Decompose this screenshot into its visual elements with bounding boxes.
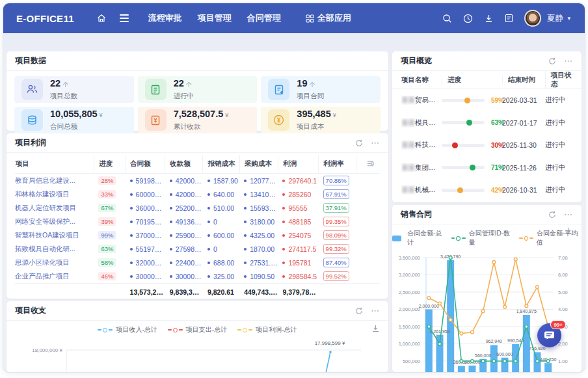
overview-row[interactable]: 某某模具自动...63%2027-01-17进行中 [392,112,581,135]
sales-chart[interactable]: 3,500,0007.003,000,0006.002,500,0005.002… [394,250,581,372]
project-name-link[interactable]: 企业产品推广项目 [15,269,94,284]
legend-marker [103,328,107,332]
panel-title: 项目收支 [15,305,46,316]
menu-item-4[interactable]: 全部应用 [306,12,351,24]
home-icon[interactable] [96,13,107,23]
chat-fab-button[interactable]: 99+ [537,323,561,347]
overview-row[interactable]: 某某集团机器...71%2025-11-26进行中 [392,157,581,180]
stat-card-1[interactable]: 22个项目总数 [14,76,134,103]
progress-bar: 42% [442,187,502,194]
stat-card-6[interactable]: 395,485¥项目成本 [261,107,381,133]
expense-cell: 1587.90 [203,174,239,188]
chart-download-icon[interactable] [371,325,380,334]
refresh-icon[interactable] [548,211,556,219]
menu-item-1[interactable]: 流程审批 [148,12,182,24]
download-icon[interactable] [484,14,494,23]
stat-card-2[interactable]: 22个进行中 [138,76,258,103]
project-name-link[interactable]: 教育局信息化建设... [15,174,94,188]
status-label: 进行中 [545,118,572,128]
stat-card-5[interactable]: 7,528,507.5¥累计收款 [138,107,258,133]
project-name-link[interactable]: 思源小区绿化项目 [15,256,94,269]
contract-cell: 320000.00 [126,256,165,269]
project-name-link[interactable]: 拓致模具自动化研... [15,242,94,256]
svg-text:3,000,000: 3,000,000 [398,272,420,278]
stat-card-4[interactable]: 10,055,805¥合同总额 [14,107,134,133]
stat-value: 22个 [174,79,194,90]
app-logo: E-OFFICE11 [16,13,74,24]
grid-icon [306,14,314,23]
project-name-link[interactable]: 机器人定位研发项目 [15,201,94,215]
progress-cell: 67% [94,201,125,215]
menu-toggle-icon[interactable] [120,14,129,22]
chart-download-icon[interactable] [565,227,573,236]
table-row: 机器人定位研发项目67%360000.00252000.00510.001559… [15,201,380,215]
legend-item[interactable]: 项目利润-总计 [237,325,297,334]
rate-cell: 98.09% [319,228,356,242]
more-icon[interactable]: ⋯ [371,140,380,146]
balance-chart[interactable]: 18,000,000 ¥17,998,599 ¥ [7,336,371,372]
more-icon[interactable]: ⋯ [371,308,380,314]
end-date: 2027-01-17 [502,119,545,127]
search-icon[interactable] [442,14,452,23]
stat-card-3[interactable]: 19个项目合同 [261,76,381,103]
legend-item[interactable]: 项目支出-总计 [168,325,227,334]
rate-cell: 67.91% [319,187,356,201]
svg-text:600,000: 600,000 [496,352,513,357]
user-name[interactable]: 夏静 [547,13,563,24]
menu-item-2[interactable]: 项目管理 [198,12,232,24]
refresh-icon[interactable] [548,57,556,65]
menu-item-3[interactable]: 合同管理 [247,12,281,24]
menu-item-label: 合同管理 [247,12,281,24]
svg-text:962,940: 962,940 [485,339,501,344]
clock-icon[interactable] [463,14,473,23]
stat-value: 19个 [297,79,324,90]
stat-unit: ¥ [100,112,103,118]
rate-cell: 87.40% [319,256,356,269]
legend-item[interactable]: 合同管理ID-数量 [451,229,514,247]
more-icon[interactable]: ⋯ [564,58,573,64]
legend-item[interactable]: 项目收入-总计 [98,325,157,334]
refresh-icon[interactable] [355,139,363,147]
stat-text: 22个进行中 [174,79,194,101]
panel-title: 项目概览 [401,55,432,66]
stat-unit: 个 [186,81,192,88]
total-cell: 13,573,274.00 [126,284,165,299]
table-row: 企业产品推广项目46%300000.00300000.00325.001090.… [15,269,380,284]
progress-cell: 99% [94,228,125,242]
main-menu: 流程审批项目管理合同管理全部应用 [148,12,351,24]
progress-bar: 30% [442,142,502,149]
stat-value: 10,055,805¥ [50,109,103,120]
project-name: 某某机械合同... [401,185,442,195]
user-avatar[interactable] [524,10,541,27]
project-name-link[interactable]: 网络安全等级保护... [15,215,94,228]
more-icon[interactable]: ⋯ [564,211,573,218]
project-name-link[interactable]: 和林格尔建设项目 [15,187,94,201]
svg-text:2,000,000: 2,000,000 [418,304,438,308]
legend-label: 合同管理ID-数量 [469,229,514,247]
svg-text:1,840,875: 1,840,875 [516,309,536,314]
stat-text: 7,528,507.5¥累计收款 [174,109,229,131]
stat-unit: ¥ [333,112,336,118]
received-cell: 300000.00 [165,269,203,284]
contract-cell: 551975.00 [126,242,165,256]
purchase-cell: 4325.00 [239,228,278,242]
note-icon[interactable] [505,14,513,23]
svg-text:3,500,000: 3,500,000 [398,255,420,261]
profit-cell: 254075 [278,228,318,242]
received-cell: 259000.00 [165,228,203,242]
chevron-down-icon[interactable]: ▼ [567,16,572,21]
overview-row[interactable]: 某某机械合同...42%2026-10-31进行中 [392,179,581,202]
refresh-icon[interactable] [355,307,363,315]
panel-title: 项目利润 [15,137,46,148]
rate-cell: 99.52% [319,269,356,284]
overview-row[interactable]: 某某贸易数字...59%2026-03-31进行中 [392,89,581,112]
legend-item[interactable]: 合同金额-总计 [392,229,446,247]
project-name-link[interactable]: 智慧科技OA建设项目 [15,228,94,242]
table-settings-icon[interactable] [367,161,374,169]
received-cell: 224000.00 [165,256,203,269]
overview-row[interactable]: 某某科技能源...30%2025-11-30进行中 [392,134,581,157]
column-header: 收款额 [165,155,203,174]
received-cell: 252000.00 [165,201,203,215]
svg-text:2,500,000: 2,500,000 [398,290,420,295]
expense-cell: 600.00 [203,228,239,242]
